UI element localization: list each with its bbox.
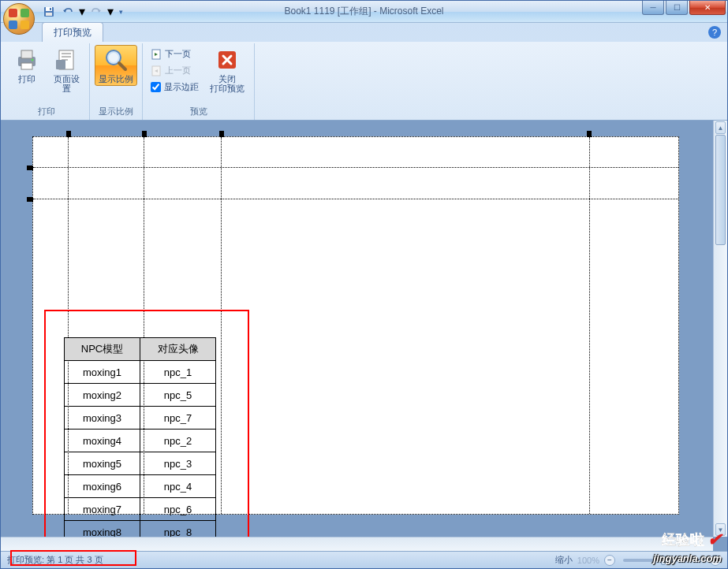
ribbon: 打印 页面设置 打印 显示比例 显 <box>1 42 727 121</box>
zoom-value: 100% <box>577 556 599 565</box>
printer-icon <box>14 47 39 73</box>
group-label-zoom: 显示比例 <box>95 104 137 120</box>
page-setup-label: 页面设置 <box>50 74 83 93</box>
save-icon <box>43 6 54 17</box>
horizontal-scrollbar[interactable] <box>1 537 713 551</box>
ribbon-group-print: 打印 页面设置 打印 <box>4 43 90 120</box>
window-controls: ─ ☐ ✕ <box>642 1 726 15</box>
close-preview-label: 关闭 打印预览 <box>210 74 245 93</box>
svg-point-7 <box>32 59 34 61</box>
scroll-thumb[interactable] <box>715 135 726 245</box>
svg-rect-6 <box>21 63 32 69</box>
page-setup-button[interactable]: 页面设置 <box>48 45 84 95</box>
close-button[interactable]: ✕ <box>689 1 726 15</box>
preview-area: NPC模型 对应头像 moxing1npc_1moxing2npc_5moxin… <box>1 121 727 551</box>
show-margins-label: 显示边距 <box>164 81 199 93</box>
tab-print-preview[interactable]: 打印预览 <box>42 22 103 42</box>
prev-page-label: 上一页 <box>165 65 191 76</box>
prev-page-button: 上一页 <box>147 63 202 78</box>
zoom-mode-label[interactable]: 缩小 <box>555 554 573 566</box>
watermark-check-icon: ✔ <box>707 530 722 550</box>
next-page-label: 下一页 <box>165 48 191 60</box>
zoom-button[interactable]: 显示比例 <box>95 45 137 86</box>
svg-rect-9 <box>62 53 71 54</box>
group-label-print: 打印 <box>9 104 84 120</box>
svg-line-15 <box>119 63 125 69</box>
svg-rect-12 <box>56 60 65 69</box>
save-button[interactable] <box>40 3 58 20</box>
undo-icon <box>62 7 73 17</box>
app-window: ▾ ▾ ▾ Book1 1119 [工作组] - Microsoft Excel… <box>0 0 728 569</box>
titlebar: ▾ ▾ ▾ Book1 1119 [工作组] - Microsoft Excel… <box>1 1 727 23</box>
show-margins-checkbox[interactable] <box>151 82 161 92</box>
maximize-button[interactable]: ☐ <box>666 1 688 15</box>
office-button[interactable] <box>3 3 35 35</box>
group-label-preview: 预览 <box>147 104 249 120</box>
svg-point-14 <box>109 53 118 62</box>
ribbon-group-zoom: 显示比例 显示比例 <box>90 43 143 120</box>
highlight-box-table <box>44 310 249 551</box>
redo-icon <box>91 7 102 17</box>
undo-button[interactable] <box>59 3 77 20</box>
magnifier-icon <box>103 47 129 73</box>
close-x-icon <box>215 47 240 73</box>
redo-button[interactable] <box>88 3 105 20</box>
svg-rect-2 <box>50 8 51 10</box>
svg-rect-5 <box>21 50 32 58</box>
next-page-icon <box>151 49 162 60</box>
ribbon-group-preview: 下一页 上一页 显示边距 关闭 <box>143 43 255 120</box>
svg-rect-10 <box>62 56 71 58</box>
scroll-up-button[interactable]: ▲ <box>715 121 726 134</box>
office-logo-icon <box>9 9 29 29</box>
ribbon-tabs: 打印预览 ? <box>1 23 727 42</box>
show-margins-checkbox-row[interactable]: 显示边距 <box>147 80 202 95</box>
next-page-button[interactable]: 下一页 <box>147 46 202 61</box>
help-button[interactable]: ? <box>708 26 721 39</box>
close-preview-button[interactable]: 关闭 打印预览 <box>205 45 249 95</box>
redo-dropdown[interactable]: ▾ <box>106 3 114 20</box>
watermark-brand: 经验啦 ✔ <box>662 530 722 550</box>
undo-dropdown[interactable]: ▾ <box>78 3 86 20</box>
watermark-text: 经验啦 <box>662 530 704 549</box>
qat-customize[interactable]: ▾ <box>116 3 125 20</box>
highlight-box-status <box>10 550 136 566</box>
zoom-out-button[interactable]: − <box>604 555 615 566</box>
zoom-label: 显示比例 <box>99 74 133 84</box>
svg-rect-3 <box>46 13 52 16</box>
minimize-button[interactable]: ─ <box>642 1 664 15</box>
page-setup-icon <box>54 47 79 73</box>
prev-page-icon <box>151 65 162 76</box>
print-button[interactable]: 打印 <box>9 45 45 86</box>
watermark-url: jingyanla.com <box>653 552 722 564</box>
vertical-scrollbar[interactable]: ▲ ▼ <box>713 121 727 537</box>
print-label: 打印 <box>18 74 35 84</box>
